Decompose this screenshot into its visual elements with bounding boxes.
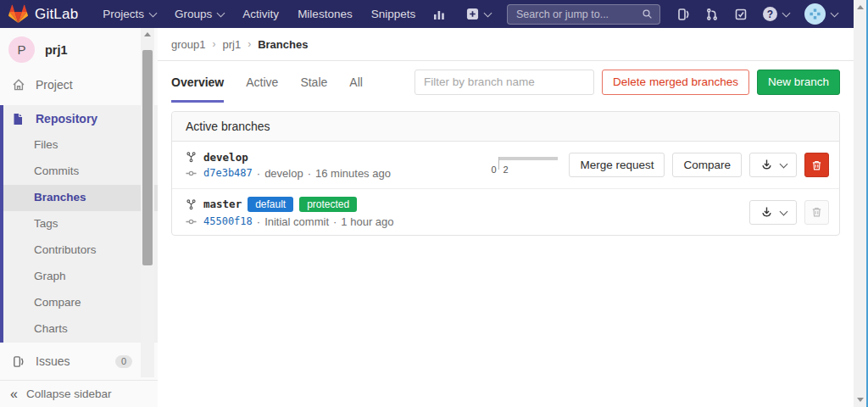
issues-count-badge: 0 bbox=[115, 355, 132, 368]
git-branch-icon bbox=[186, 198, 197, 210]
scroll-down-arrow-icon[interactable] bbox=[857, 398, 864, 402]
sidebar-item-contributors[interactable]: Contributors bbox=[3, 237, 158, 264]
dot-separator: · bbox=[257, 167, 260, 180]
page-scrollbar[interactable] bbox=[854, 0, 866, 407]
sidebar-item-commits[interactable]: Commits bbox=[3, 159, 158, 185]
merge-request-button[interactable]: Merge request bbox=[569, 153, 665, 177]
help-menu-button[interactable]: ? bbox=[763, 7, 789, 21]
avatar bbox=[804, 3, 826, 25]
commit-message: Initial commit bbox=[264, 215, 329, 228]
dot-separator: · bbox=[333, 215, 337, 228]
sidebar-item-label: Issues bbox=[36, 354, 70, 368]
double-chevron-left-icon: « bbox=[10, 387, 18, 402]
project-sidebar: P prj1 Project Repository File bbox=[0, 28, 158, 407]
tab-overview[interactable]: Overview bbox=[171, 61, 224, 103]
todos-icon[interactable] bbox=[734, 8, 748, 21]
issues-icon bbox=[12, 355, 25, 368]
commit-line: 45500f18 · Initial commit · 1 hour ago bbox=[186, 215, 394, 228]
commit-time: 16 minutes ago bbox=[315, 167, 391, 180]
chevron-down-icon bbox=[217, 8, 225, 17]
delete-branch-button-disabled[interactable] bbox=[804, 200, 829, 225]
scroll-up-arrow-icon[interactable] bbox=[144, 32, 151, 36]
commits-behind-count: 0 bbox=[491, 165, 496, 175]
global-search bbox=[507, 4, 660, 25]
download-dropdown-button[interactable] bbox=[749, 200, 797, 225]
divergence-graph: 0 2 bbox=[490, 156, 558, 175]
breadcrumb: group1 › prj1 › Branches bbox=[158, 28, 854, 61]
plus-square-icon bbox=[466, 8, 479, 20]
sidebar-item-label: Repository bbox=[36, 112, 97, 125]
download-dropdown-button[interactable] bbox=[749, 153, 797, 177]
merge-requests-icon[interactable] bbox=[705, 8, 719, 21]
breadcrumb-separator: › bbox=[212, 38, 215, 50]
breadcrumb-group[interactable]: group1 bbox=[171, 38, 205, 51]
new-menu-button[interactable] bbox=[466, 8, 491, 20]
sidebar-item-compare[interactable]: Compare bbox=[3, 290, 158, 316]
commit-icon bbox=[186, 168, 197, 179]
logo-text: GitLab bbox=[35, 6, 78, 23]
commit-hash-link[interactable]: d7e3b487 bbox=[203, 167, 253, 179]
tab-all[interactable]: All bbox=[349, 61, 363, 103]
branch-row-actions bbox=[749, 200, 829, 225]
nav-snippets[interactable]: Snippets bbox=[362, 8, 426, 20]
collapse-sidebar-button[interactable]: « Collapse sidebar bbox=[0, 380, 158, 407]
repository-section: Repository Files Commits Branches Tags C… bbox=[0, 105, 158, 343]
sidebar-item-branches[interactable]: Branches bbox=[3, 185, 158, 211]
default-badge: default bbox=[248, 197, 293, 212]
branch-row-master: master default protected 45500f18 · Init… bbox=[172, 188, 839, 235]
card-title: Active branches bbox=[172, 112, 839, 142]
chevron-down-icon bbox=[831, 8, 839, 17]
sidebar-item-repository[interactable]: Repository bbox=[3, 105, 158, 132]
scroll-up-arrow-icon[interactable] bbox=[857, 5, 864, 9]
download-icon bbox=[760, 206, 773, 219]
top-navbar: GitLab Projects Groups Activity Mileston… bbox=[0, 0, 854, 28]
issues-icon[interactable] bbox=[676, 8, 690, 21]
tanuki-icon bbox=[8, 4, 28, 24]
delete-branch-button[interactable] bbox=[804, 153, 829, 177]
user-menu-button[interactable] bbox=[804, 3, 837, 25]
nav-groups[interactable]: Groups bbox=[165, 8, 233, 20]
active-branches-card: Active branches develop bbox=[171, 111, 840, 236]
sidebar-item-tags[interactable]: Tags bbox=[3, 211, 158, 237]
nav-projects[interactable]: Projects bbox=[93, 8, 165, 20]
compare-button[interactable]: Compare bbox=[672, 153, 742, 177]
page-body: P prj1 Project Repository File bbox=[0, 28, 854, 407]
scrollbar-thumb[interactable] bbox=[142, 50, 153, 265]
commit-time: 1 hour ago bbox=[341, 215, 393, 228]
analytics-chart-icon[interactable] bbox=[432, 8, 446, 21]
search-input[interactable] bbox=[515, 8, 642, 21]
branch-row-develop: develop d7e3b487 · develop · 16 minutes … bbox=[172, 142, 839, 188]
tab-stale[interactable]: Stale bbox=[300, 61, 327, 103]
sidebar-item-project[interactable]: Project bbox=[0, 71, 158, 98]
main-content: group1 › prj1 › Branches Overview Active… bbox=[158, 28, 854, 407]
sidebar-item-label: Project bbox=[36, 78, 73, 92]
nav-milestones[interactable]: Milestones bbox=[288, 8, 362, 20]
sidebar-item-graph[interactable]: Graph bbox=[3, 264, 158, 290]
divergence-ahead-bar bbox=[499, 157, 558, 160]
sidebar-scrollbar[interactable] bbox=[141, 28, 154, 377]
branch-name-link[interactable]: develop bbox=[203, 151, 248, 164]
breadcrumb-project[interactable]: prj1 bbox=[222, 38, 241, 51]
new-branch-button[interactable]: New branch bbox=[757, 70, 840, 95]
git-branch-icon bbox=[186, 151, 197, 163]
sidebar-item-charts[interactable]: Charts bbox=[3, 316, 158, 343]
gitlab-logo[interactable]: GitLab bbox=[8, 4, 78, 24]
project-context-link[interactable]: P prj1 bbox=[0, 28, 158, 68]
sidebar-item-files[interactable]: Files bbox=[3, 132, 158, 159]
protected-badge: protected bbox=[299, 197, 357, 212]
commit-line: d7e3b487 · develop · 16 minutes ago bbox=[186, 167, 391, 180]
delete-merged-branches-button[interactable]: Delete merged branches bbox=[602, 70, 749, 95]
chevron-down-icon bbox=[782, 8, 791, 17]
chevron-down-icon bbox=[779, 207, 787, 215]
project-avatar: P bbox=[8, 36, 35, 63]
tab-active[interactable]: Active bbox=[246, 61, 278, 103]
branch-actions: Delete merged branches New branch bbox=[415, 61, 840, 103]
chevron-down-icon bbox=[149, 8, 158, 17]
commit-hash-link[interactable]: 45500f18 bbox=[203, 215, 253, 227]
chevron-down-icon bbox=[484, 8, 492, 17]
filter-branch-input[interactable] bbox=[415, 70, 594, 95]
download-icon bbox=[760, 159, 773, 171]
nav-activity[interactable]: Activity bbox=[233, 8, 288, 20]
branch-name-link[interactable]: master bbox=[203, 198, 242, 210]
sidebar-item-issues[interactable]: Issues 0 bbox=[0, 348, 158, 375]
